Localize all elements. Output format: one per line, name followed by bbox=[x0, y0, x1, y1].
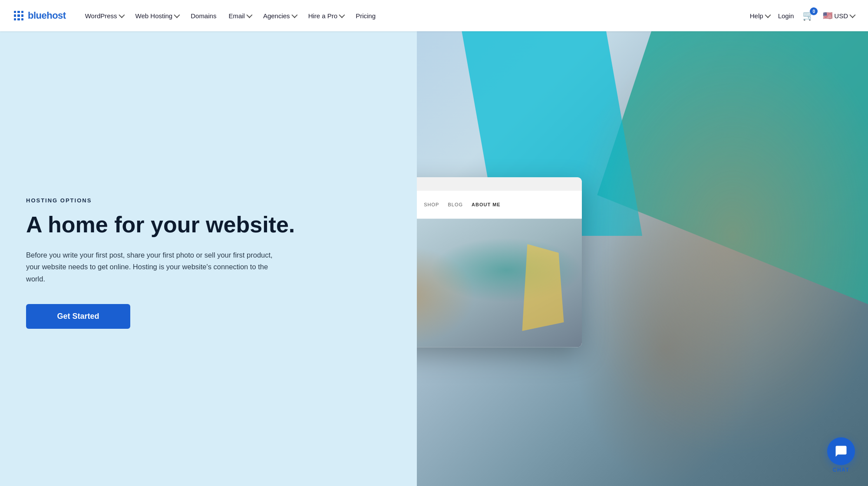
mockup-hero-image bbox=[417, 218, 582, 347]
browser-mockup: 𝒥 CANVAS PRINTS SHOP BLOG ABOUT ME bbox=[417, 177, 582, 347]
hero-left-panel: HOSTING OPTIONS A home for your website.… bbox=[0, 31, 417, 486]
nav-item-agencies[interactable]: Agencies bbox=[258, 9, 301, 23]
mockup-nav-links: CANVAS PRINTS SHOP BLOG ABOUT ME bbox=[417, 202, 501, 207]
nav-item-domains[interactable]: Domains bbox=[185, 9, 221, 23]
chat-label: CHAT bbox=[833, 467, 849, 473]
chat-widget[interactable]: CHAT bbox=[827, 437, 855, 473]
chevron-down-icon bbox=[119, 12, 125, 18]
navbar: bluehost WordPress Web Hosting Domains E… bbox=[0, 0, 868, 31]
hero-headline: A home for your website. bbox=[26, 212, 391, 237]
hero-right-panel: 𝒥 CANVAS PRINTS SHOP BLOG ABOUT ME bbox=[417, 31, 868, 486]
hero-body: Before you write your first post, share … bbox=[26, 249, 287, 285]
chat-icon bbox=[835, 445, 848, 458]
logo-grid-icon bbox=[14, 11, 23, 20]
chevron-down-icon bbox=[765, 12, 771, 18]
nav-item-email[interactable]: Email bbox=[223, 9, 256, 23]
chevron-down-icon bbox=[291, 12, 297, 18]
flag-icon: 🇺🇸 bbox=[823, 11, 832, 20]
logo-text: bluehost bbox=[28, 10, 66, 21]
nav-item-hire-a-pro[interactable]: Hire a Pro bbox=[303, 9, 349, 23]
cart-button[interactable]: 🛒 0 bbox=[802, 10, 814, 21]
nav-item-wordpress[interactable]: WordPress bbox=[80, 9, 129, 23]
nav-item-pricing[interactable]: Pricing bbox=[350, 9, 381, 23]
nav-right: Help Login 🛒 0 🇺🇸 USD bbox=[750, 10, 854, 21]
hero-section: HOSTING OPTIONS A home for your website.… bbox=[0, 31, 868, 486]
currency-selector[interactable]: 🇺🇸 USD bbox=[823, 11, 854, 20]
mockup-yellow-shape bbox=[517, 244, 569, 331]
hero-eyebrow: HOSTING OPTIONS bbox=[26, 197, 391, 204]
chevron-down-icon bbox=[339, 12, 345, 18]
logo-link[interactable]: bluehost bbox=[14, 10, 66, 21]
chevron-down-icon bbox=[174, 12, 180, 18]
get-started-button[interactable]: Get Started bbox=[26, 304, 130, 329]
nav-item-webhosting[interactable]: Web Hosting bbox=[130, 9, 184, 23]
chevron-down-icon bbox=[246, 12, 252, 18]
nav-links: WordPress Web Hosting Domains Email Agen… bbox=[80, 9, 750, 23]
browser-content: 𝒥 CANVAS PRINTS SHOP BLOG ABOUT ME bbox=[417, 191, 582, 347]
browser-toolbar bbox=[417, 177, 582, 191]
chevron-down-icon bbox=[849, 12, 855, 18]
chat-bubble[interactable] bbox=[827, 437, 855, 465]
mockup-website-nav: 𝒥 CANVAS PRINTS SHOP BLOG ABOUT ME bbox=[417, 191, 582, 218]
cart-badge: 0 bbox=[810, 7, 818, 15]
login-button[interactable]: Login bbox=[778, 12, 794, 20]
help-button[interactable]: Help bbox=[750, 12, 769, 20]
